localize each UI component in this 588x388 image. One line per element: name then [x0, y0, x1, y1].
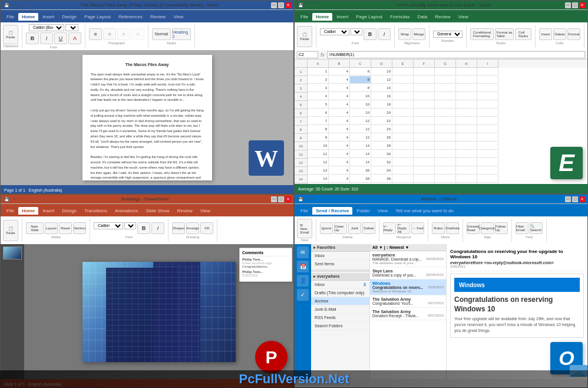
- excel-bold-btn[interactable]: B: [364, 28, 376, 40]
- outlook-email-item-1[interactable]: everywhere 26/08/2015 MANAGE: Download a…: [370, 251, 446, 267]
- outlook-nav-tasks[interactable]: ✓: [297, 289, 309, 301]
- outlook-replyall-btn[interactable]: ↩ Reply All: [397, 222, 410, 234]
- excel-cell-9-6[interactable]: [414, 134, 435, 142]
- outlook-ignore-btn[interactable]: Ignore: [320, 222, 333, 234]
- excel-cell-14-3[interactable]: 38: [350, 175, 371, 183]
- excel-cell-6-2[interactable]: 4: [329, 109, 350, 117]
- excel-cell-12-3[interactable]: 14: [350, 159, 371, 166]
- word-minimize-btn[interactable]: ─: [271, 2, 277, 8]
- outlook-nav-calendar[interactable]: 📅: [297, 261, 309, 272]
- excel-cell-4-5[interactable]: [392, 93, 414, 100]
- word-tab-home[interactable]: Home: [18, 13, 38, 21]
- outlook-search-btn[interactable]: 🔍 Search: [530, 222, 543, 234]
- word-tab-pagelayout[interactable]: Page Layout: [81, 13, 114, 21]
- excel-cell-3-7[interactable]: [435, 84, 456, 92]
- excel-cell-9-9[interactable]: [477, 134, 498, 142]
- outlook-junk-btn[interactable]: Junk: [348, 222, 361, 234]
- excel-tab-formulas[interactable]: Formulas: [387, 13, 413, 21]
- word-italic-btn[interactable]: I: [40, 32, 53, 44]
- excel-save-btn[interactable]: 💾: [297, 2, 304, 9]
- excel-insert-btn[interactable]: Insert: [539, 28, 552, 40]
- excel-cell-2-8[interactable]: [456, 76, 477, 84]
- ppt-tab-animations[interactable]: Animations: [111, 207, 142, 215]
- word-tab-file[interactable]: File: [3, 13, 18, 21]
- outlook-tab-folder[interactable]: Folder: [353, 207, 374, 215]
- excel-cell-14-2[interactable]: 4: [329, 175, 350, 183]
- excel-cell-8-7[interactable]: [435, 126, 456, 133]
- excel-cell-10-9[interactable]: [477, 142, 498, 150]
- word-paste-btn[interactable]: 📋Paste: [3, 25, 18, 44]
- excel-cell-8-1[interactable]: 8: [308, 126, 329, 133]
- excel-cell-8-8[interactable]: [456, 126, 477, 133]
- excel-cell-1-7[interactable]: [435, 68, 456, 75]
- word-tab-insert[interactable]: Insert: [39, 13, 58, 21]
- excel-cell-1-5[interactable]: [392, 68, 414, 75]
- outlook-reply-btn[interactable]: ↩ Reply: [383, 222, 396, 234]
- excel-cell-14-7[interactable]: [435, 175, 456, 183]
- word-color-btn[interactable]: A: [68, 32, 81, 44]
- excel-cell-15-4[interactable]: 38: [371, 183, 392, 184]
- excel-cell-12-6[interactable]: [414, 159, 435, 166]
- outlook-nav-mail[interactable]: ✉: [297, 246, 309, 258]
- ppt-font-size[interactable]: 18: [124, 222, 136, 229]
- outlook-email-item-5[interactable]: The Salvation Army 8/07/2015 Donation Re…: [370, 308, 446, 320]
- excel-cell-5-5[interactable]: [392, 101, 414, 108]
- excel-maximize-btn[interactable]: □: [572, 2, 578, 8]
- excel-grid-area[interactable]: ABCDEFGHI1148102248123348144441016554101…: [295, 60, 587, 184]
- ppt-tab-view[interactable]: View: [197, 207, 214, 215]
- outlook-categorize-btn[interactable]: Categorize: [481, 222, 494, 234]
- word-justify-btn[interactable]: ≡: [131, 28, 144, 40]
- excel-minimize-btn[interactable]: ─: [565, 2, 571, 8]
- outlook-email-item-3[interactable]: Windows 2/08/2015 Congratulations on res…: [370, 280, 446, 295]
- excel-cell-5-3[interactable]: 10: [350, 101, 371, 108]
- excel-cell-10-1[interactable]: 10: [308, 142, 329, 150]
- excel-cell-6-5[interactable]: [392, 109, 414, 117]
- outlook-folder-sent[interactable]: Sent Items: [311, 260, 369, 268]
- excel-cell-13-8[interactable]: [456, 167, 477, 175]
- outlook-tab-file[interactable]: File: [297, 207, 312, 215]
- ppt-tab-insert[interactable]: Insert: [39, 207, 58, 215]
- ppt-save-btn[interactable]: 💾: [3, 196, 10, 203]
- excel-cell-2-6[interactable]: [414, 76, 435, 84]
- ppt-slide-1-thumb[interactable]: [3, 246, 22, 259]
- outlook-tab-sendreceive[interactable]: Send / Receive: [312, 207, 352, 215]
- excel-cell-1-4[interactable]: 10: [371, 68, 392, 75]
- ppt-paste-btn[interactable]: 📋Paste: [3, 220, 18, 241]
- excel-col-header-B[interactable]: B: [329, 60, 350, 68]
- excel-cell-13-3[interactable]: 36: [350, 167, 371, 175]
- excel-font-name[interactable]: Calibri: [320, 28, 349, 35]
- excel-cell-12-2[interactable]: 4: [329, 159, 350, 166]
- excel-cell-14-8[interactable]: [456, 175, 477, 183]
- excel-cell-13-7[interactable]: [435, 167, 456, 175]
- ppt-italic-btn[interactable]: I: [151, 222, 164, 234]
- excel-col-header-I[interactable]: I: [477, 60, 498, 68]
- outlook-new-email-btn[interactable]: ✉NewEmail: [297, 219, 312, 238]
- excel-cell-7-1[interactable]: 7: [308, 117, 329, 125]
- excel-undo-btn[interactable]: ↩: [306, 2, 313, 9]
- excel-cell-12-1[interactable]: 12: [308, 159, 329, 166]
- excel-col-header-E[interactable]: E: [392, 60, 414, 68]
- excel-cell-7-7[interactable]: [435, 117, 456, 125]
- excel-merge-btn[interactable]: Merge: [412, 28, 425, 40]
- excel-cell-12-5[interactable]: [392, 159, 414, 166]
- excel-cell-13-1[interactable]: 13: [308, 167, 329, 175]
- excel-cell-9-5[interactable]: [392, 134, 414, 142]
- outlook-followup-btn[interactable]: Follow Up: [495, 222, 508, 234]
- excel-cell-3-3[interactable]: 8: [350, 84, 371, 92]
- excel-tab-data[interactable]: Data: [414, 13, 431, 21]
- word-maximize-btn[interactable]: □: [278, 2, 284, 8]
- ppt-tab-design[interactable]: Design: [58, 207, 80, 215]
- excel-cell-8-5[interactable]: [392, 126, 414, 133]
- excel-cell-11-1[interactable]: 11: [308, 150, 329, 158]
- excel-cell-13-6[interactable]: [414, 167, 435, 175]
- outlook-onenote-btn[interactable]: OneNote: [446, 222, 459, 234]
- excel-cell-10-4[interactable]: 28: [371, 142, 392, 150]
- excel-cell-10-5[interactable]: [392, 142, 414, 150]
- excel-cell-6-6[interactable]: [414, 109, 435, 117]
- excel-cell-11-2[interactable]: 4: [329, 150, 350, 158]
- outlook-tab-tellme[interactable]: Tell me what you want to do: [392, 207, 457, 215]
- ppt-new-slide-btn[interactable]: NewSlide: [26, 222, 44, 234]
- word-style-normal[interactable]: Normal: [152, 28, 171, 40]
- excel-cell-12-9[interactable]: [477, 159, 498, 166]
- outlook-folder-search[interactable]: Search Folders: [311, 322, 369, 330]
